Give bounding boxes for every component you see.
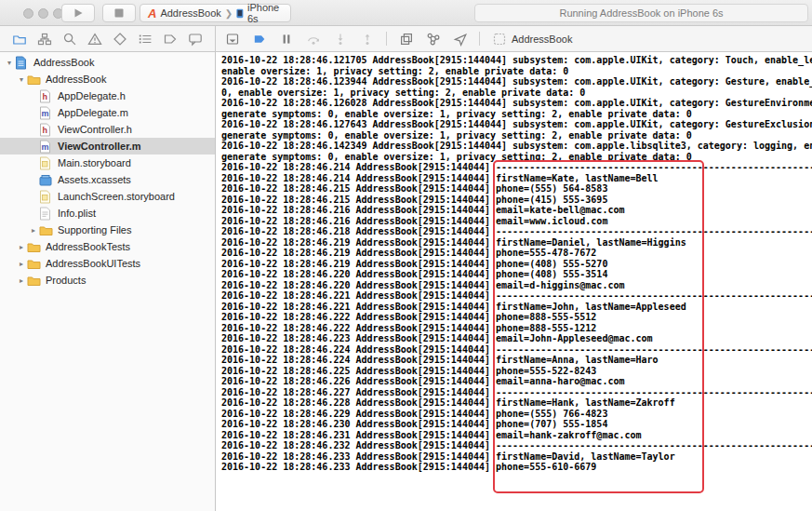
console-line: 2016-10-22 18:28:46.142349 AddressBook[2… xyxy=(221,141,812,152)
step-out-icon[interactable] xyxy=(359,31,375,47)
separator xyxy=(479,32,480,46)
file-h-icon: h xyxy=(39,123,54,137)
process-selector[interactable]: AddressBook xyxy=(491,31,572,47)
console-line: 2016-10-22 18:28:46.126028 AddressBook[2… xyxy=(221,98,812,109)
destination-name: iPhone 6s xyxy=(247,2,283,24)
issue-navigator-icon[interactable] xyxy=(87,31,103,47)
console-line: 2016-10-22 18:28:46.127643 AddressBook[2… xyxy=(221,119,812,130)
device-icon xyxy=(236,7,244,20)
secondary-toolbar: AddressBook xyxy=(0,26,812,52)
console-line: 2016-10-22 18:28:46.231 AddressBook[2915… xyxy=(221,430,812,441)
console-line: 2016-10-22 18:28:46.121705 AddressBook[2… xyxy=(221,55,812,66)
breakpoint-navigator-icon[interactable] xyxy=(162,31,178,47)
sidebar-item-label: AddressBook xyxy=(33,57,94,68)
title-bar: A AddressBook ❯ iPhone 6s Running Addres… xyxy=(0,0,812,26)
console-line: 2016-10-22 18:28:46.233 AddressBook[2915… xyxy=(221,462,812,473)
separator xyxy=(386,32,387,46)
console-line: 2016-10-22 18:28:46.219 AddressBook[2915… xyxy=(221,237,812,249)
console-line: 0, enable_oversize: 1, privacy_setting: … xyxy=(221,87,812,99)
step-over-icon[interactable] xyxy=(305,31,321,47)
close-button[interactable] xyxy=(23,8,33,19)
console-line: 2016-10-22 18:28:46.220 AddressBook[2915… xyxy=(221,280,812,291)
debug-console[interactable]: 2016-10-22 18:28:46.121705 AddressBook[2… xyxy=(217,52,812,511)
disclosure-triangle-icon[interactable]: ▸ xyxy=(16,276,27,285)
sidebar-item-info-plist[interactable]: Info.plist xyxy=(0,205,215,222)
sidebar-item-label: Products xyxy=(46,275,86,286)
sidebar-item-viewcontroller-m[interactable]: mViewController.m xyxy=(0,138,215,155)
report-navigator-icon[interactable] xyxy=(187,31,203,47)
project-navigator: ▾AddressBook▾AddressBookhAppDelegate.hmA… xyxy=(0,52,216,511)
sidebar-item-label: ViewController.m xyxy=(58,141,141,152)
console-line: 2016-10-22 18:28:46.225 AddressBook[2915… xyxy=(221,366,812,377)
run-button[interactable] xyxy=(61,4,95,22)
debug-bar: AddressBook xyxy=(217,26,812,51)
sidebar-item-addressbookuitests[interactable]: ▸AddressBookUITests xyxy=(0,255,215,272)
sidebar-item-addressbook[interactable]: ▾AddressBook xyxy=(0,54,215,71)
pause-button-icon[interactable] xyxy=(278,31,294,47)
console-line: 2016-10-22 18:28:46.214 AddressBook[2915… xyxy=(221,173,812,184)
xcode-window: A AddressBook ❯ iPhone 6s Running Addres… xyxy=(0,0,812,511)
minimize-button[interactable] xyxy=(38,8,48,19)
console-line: 2016-10-22 18:28:46.221 AddressBook[2915… xyxy=(221,290,812,302)
console-line: 2016-10-22 18:28:46.224 AddressBook[2915… xyxy=(221,355,812,366)
folder-icon xyxy=(27,257,42,271)
stop-icon xyxy=(114,8,124,18)
sidebar-item-main-storyboard[interactable]: Main.storyboard xyxy=(0,155,215,171)
disclosure-triangle-icon[interactable]: ▸ xyxy=(16,243,27,251)
view-debugger-icon[interactable] xyxy=(398,31,414,47)
folder-icon xyxy=(27,274,42,288)
symbol-navigator-icon[interactable] xyxy=(37,31,53,47)
stop-button[interactable] xyxy=(102,4,136,22)
console-line: 2016-10-22 18:28:46.216 AddressBook[2915… xyxy=(221,216,812,227)
console-line: 2016-10-22 18:28:46.222 AddressBook[2915… xyxy=(221,312,812,323)
disclosure-triangle-icon[interactable]: ▾ xyxy=(16,75,27,84)
folder-icon xyxy=(39,223,54,237)
disclosure-triangle-icon[interactable]: ▸ xyxy=(16,260,27,268)
console-line: 2016-10-22 18:28:46.226 AddressBook[2915… xyxy=(221,376,812,387)
test-navigator-icon[interactable] xyxy=(112,31,127,47)
console-line: 2016-10-22 18:28:46.220 AddressBook[2915… xyxy=(221,269,812,280)
sidebar-item-addressbooktests[interactable]: ▸AddressBookTests xyxy=(0,238,215,255)
sidebar-item-label: Supporting Files xyxy=(58,224,132,235)
sidebar-item-products[interactable]: ▸Products xyxy=(0,272,215,289)
svg-text:m: m xyxy=(41,142,48,152)
sidebar-item-addressbook[interactable]: ▾AddressBook xyxy=(0,71,215,87)
svg-text:h: h xyxy=(42,92,47,101)
svg-text:h: h xyxy=(42,126,47,135)
xcassets-icon xyxy=(39,173,54,187)
console-line: 2016-10-22 18:28:46.215 AddressBook[2915… xyxy=(221,183,812,195)
simulate-location-icon[interactable] xyxy=(452,31,468,47)
sidebar-item-viewcontroller-h[interactable]: hViewController.h xyxy=(0,121,215,138)
memory-graph-icon[interactable] xyxy=(425,31,441,47)
project-navigator-icon[interactable] xyxy=(12,31,28,47)
sidebar-item-label: Info.plist xyxy=(58,208,96,219)
sidebar-item-launchscreen-storyboard[interactable]: LaunchScreen.storyboard xyxy=(0,188,215,205)
breakpoints-toggle-icon[interactable] xyxy=(251,31,267,47)
sidebar-item-label: AddressBook xyxy=(46,74,106,85)
activity-viewer: Running AddressBook on iPhone 6s xyxy=(474,4,808,22)
console-line: 2016-10-22 18:28:46.227 AddressBook[2915… xyxy=(221,387,812,398)
disclosure-triangle-icon[interactable]: ▾ xyxy=(4,59,15,67)
svg-text:m: m xyxy=(41,109,48,118)
sidebar-item-supporting-files[interactable]: ▸Supporting Files xyxy=(0,222,215,238)
console-line: 2016-10-22 18:28:46.230 AddressBook[2915… xyxy=(221,419,812,430)
sidebar-item-appdelegate-h[interactable]: hAppDelegate.h xyxy=(0,87,215,104)
step-into-icon[interactable] xyxy=(332,31,348,47)
sidebar-item-assets-xcassets[interactable]: Assets.xcassets xyxy=(0,171,215,188)
console-line: generate_symptoms: 0, enable_oversize: 1… xyxy=(221,152,812,163)
debug-navigator-icon[interactable] xyxy=(137,31,153,47)
scheme-selector[interactable]: A AddressBook ❯ iPhone 6s xyxy=(140,4,291,22)
console-line: generate_symptoms: 0, enable_oversize: 1… xyxy=(221,109,812,120)
project-icon xyxy=(15,56,30,70)
sidebar-item-appdelegate-m[interactable]: mAppDelegate.m xyxy=(0,104,215,121)
file-h-icon: h xyxy=(39,89,54,103)
console-line: 2016-10-22 18:28:46.218 AddressBook[2915… xyxy=(221,226,812,237)
console-line: 2016-10-22 18:28:46.214 AddressBook[2915… xyxy=(221,162,812,173)
sidebar-item-label: LaunchScreen.storyboard xyxy=(58,191,175,202)
sidebar-item-label: AppDelegate.h xyxy=(58,90,126,101)
disclosure-triangle-icon[interactable]: ▸ xyxy=(28,226,39,235)
hide-debug-area-icon[interactable] xyxy=(224,31,240,47)
sidebar-item-label: Assets.xcassets xyxy=(58,174,131,185)
find-navigator-icon[interactable] xyxy=(62,31,78,47)
chevron-right-icon: ❯ xyxy=(225,8,233,19)
